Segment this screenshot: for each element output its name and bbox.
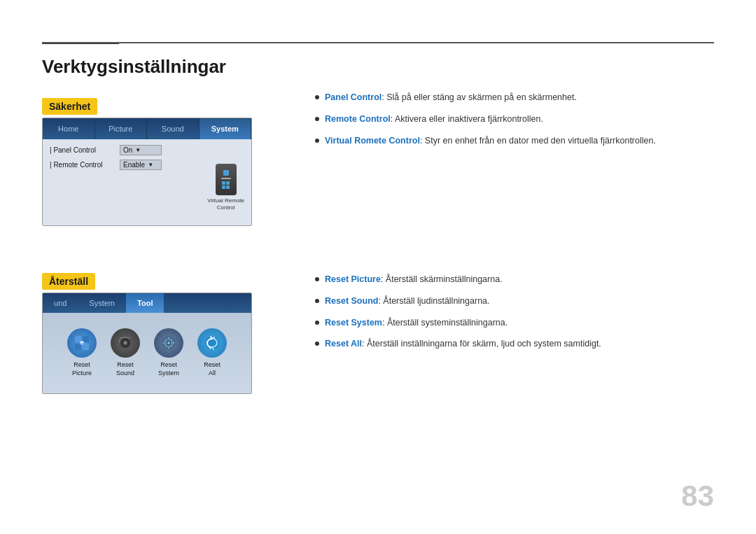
reset-picture-icon xyxy=(67,328,97,358)
tab-home: Home xyxy=(43,118,95,139)
bullet-desc: : Återställ skärminställningarna. xyxy=(381,274,503,284)
bullet-reset-sound: Reset Sound: Återställ ljudinställningar… xyxy=(315,295,714,308)
bullet-desc: : Återställ inställningarna för skärm, l… xyxy=(362,339,601,349)
reset-system-icon xyxy=(154,328,183,358)
bullet-dot xyxy=(315,299,319,303)
aterstall-tab-und: und xyxy=(43,293,78,313)
reset-system-item: ResetSystem xyxy=(154,328,183,377)
panel-control-value: On ▼ xyxy=(120,145,162,155)
bullet-desc: : Återställ systeminställningarna. xyxy=(382,318,507,328)
aterstall-badge: Återställ xyxy=(42,273,95,290)
panel-control-label: Panel Control xyxy=(50,146,120,154)
bullet-dot xyxy=(315,342,319,346)
bullet-dot xyxy=(315,321,319,325)
aterstall-tab-tool: Tool xyxy=(126,293,164,313)
reset-all-item: ResetAll xyxy=(197,328,227,377)
bullet-dot xyxy=(315,277,319,281)
bullet-term: Reset Picture xyxy=(325,274,381,284)
reset-all-label: ResetAll xyxy=(204,361,220,377)
screenshot-tabs: Home Picture Sound System xyxy=(43,118,251,139)
page-title: Verktygsinställningar xyxy=(42,56,226,78)
bullet-text: Virtual Romete Control: Styr en enhet fr… xyxy=(325,134,656,148)
bullet-remote-control: Remote Control: Aktivera eller inaktiver… xyxy=(315,113,714,126)
remote-control-label: Remote Control xyxy=(50,161,120,169)
tab-sound: Sound xyxy=(147,118,200,139)
reset-all-icon xyxy=(197,328,227,358)
reset-sound-item: ResetSound xyxy=(111,328,140,377)
aterstall-screenshot: und System Tool ResetPicture xyxy=(42,293,252,394)
bullet-term: Remote Control xyxy=(325,114,391,124)
bullet-term: Reset All xyxy=(325,339,362,349)
svg-point-8 xyxy=(125,342,127,344)
page-number: 83 xyxy=(681,479,714,513)
reset-sound-label: ResetSound xyxy=(116,361,134,377)
bullet-text: Reset System: Återställ systeminställnin… xyxy=(325,316,507,330)
tab-picture: Picture xyxy=(95,118,148,139)
bullet-term: Reset Sound xyxy=(325,296,378,306)
svg-rect-1 xyxy=(83,336,89,342)
virtual-remote-label: Virtual RemoteControl xyxy=(207,197,244,211)
sakerhet-screenshot: Home Picture Sound System Panel Control … xyxy=(42,118,252,226)
bullet-text: Panel Control: Slå på eller stäng av skä… xyxy=(325,91,577,104)
bullet-reset-all: Reset All: Återställ inställningarna för… xyxy=(315,337,714,351)
virtual-remote-icon xyxy=(216,164,237,195)
bullet-reset-picture: Reset Picture: Återställ skärminställnin… xyxy=(315,273,714,286)
bullet-term: Panel Control xyxy=(325,92,382,102)
virtual-remote: Virtual RemoteControl xyxy=(207,164,244,211)
bullet-virtual-romete: Virtual Romete Control: Styr en enhet fr… xyxy=(315,134,714,148)
reset-system-label: ResetSystem xyxy=(158,361,179,377)
aterstall-bullets: Reset Picture: Återställ skärminställnin… xyxy=(315,273,714,359)
svg-rect-0 xyxy=(75,336,81,342)
top-separator-line xyxy=(42,42,714,43)
sakerhet-badge: Säkerhet xyxy=(42,98,97,115)
bullet-text: Reset All: Återställ inställningarna för… xyxy=(325,337,601,351)
panel-control-row: Panel Control On ▼ xyxy=(50,145,244,155)
bullet-desc: : Slå på eller stäng av skärmen på en sk… xyxy=(382,92,577,102)
bullet-term: Virtual Romete Control xyxy=(325,136,420,146)
bullet-dot xyxy=(315,95,319,99)
tab-system: System xyxy=(200,118,252,139)
bullet-dot xyxy=(315,139,319,143)
aterstall-tab-system: System xyxy=(78,293,126,313)
remote-control-value: Enable ▼ xyxy=(120,160,162,170)
aterstall-tabs: und System Tool xyxy=(43,293,251,313)
reset-sound-icon xyxy=(111,328,140,358)
svg-rect-3 xyxy=(83,344,89,350)
svg-point-11 xyxy=(167,342,170,344)
screenshot-content: Panel Control On ▼ Remote Control Enable… xyxy=(43,139,251,225)
bullet-reset-system: Reset System: Återställ systeminställnin… xyxy=(315,316,714,330)
bullet-term: Reset System xyxy=(325,318,382,328)
bullet-text: Reset Picture: Återställ skärminställnin… xyxy=(325,273,503,286)
bullet-text: Reset Sound: Återställ ljudinställningar… xyxy=(325,295,490,308)
bullet-desc: : Aktivera eller inaktivera fjärrkontrol… xyxy=(391,114,543,124)
reset-picture-item: ResetPicture xyxy=(67,328,97,377)
bullet-desc: : Styr en enhet från en dator med den vi… xyxy=(420,136,656,146)
bullet-panel-control: Panel Control: Slå på eller stäng av skä… xyxy=(315,91,714,104)
aterstall-content: ResetPicture ResetSound xyxy=(43,313,251,393)
svg-rect-2 xyxy=(75,344,81,350)
bullet-dot xyxy=(315,117,319,121)
reset-picture-label: ResetPicture xyxy=(72,361,92,377)
bullet-text: Remote Control: Aktivera eller inaktiver… xyxy=(325,113,543,126)
sakerhet-bullets: Panel Control: Slå på eller stäng av skä… xyxy=(315,91,714,155)
bullet-desc: : Återställ ljudinställningarna. xyxy=(378,296,489,306)
